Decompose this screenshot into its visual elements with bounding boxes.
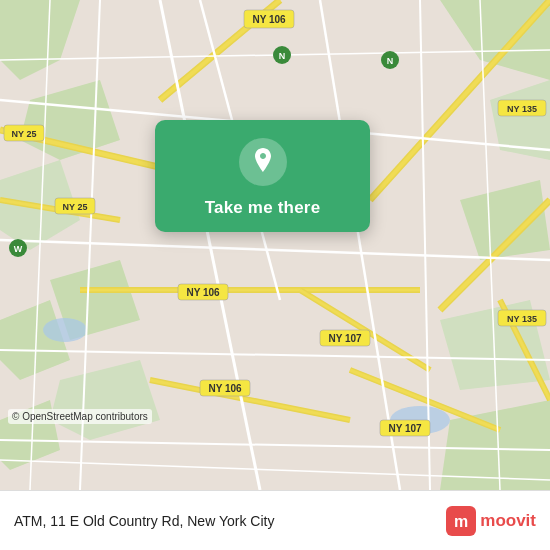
svg-point-13 <box>43 318 87 342</box>
svg-text:W: W <box>14 244 23 254</box>
svg-text:NY 106: NY 106 <box>186 287 220 298</box>
osm-credit: © OpenStreetMap contributors <box>8 409 152 424</box>
svg-text:NY 135: NY 135 <box>507 314 537 324</box>
bottom-bar: ATM, 11 E Old Country Rd, New York City … <box>0 490 550 550</box>
svg-text:NY 25: NY 25 <box>63 202 88 212</box>
location-pin-icon <box>251 148 275 176</box>
moovit-label: moovit <box>480 511 536 531</box>
svg-text:NY 106: NY 106 <box>208 383 242 394</box>
svg-text:NY 25: NY 25 <box>12 129 37 139</box>
location-icon-wrap <box>239 138 287 186</box>
svg-text:NY 106: NY 106 <box>252 14 286 25</box>
take-me-there-button[interactable]: Take me there <box>205 198 321 218</box>
svg-text:m: m <box>454 513 468 530</box>
svg-text:N: N <box>387 56 394 66</box>
svg-text:NY 135: NY 135 <box>507 104 537 114</box>
osm-credit-text: © OpenStreetMap contributors <box>12 411 148 422</box>
moovit-logo: m moovit <box>446 506 536 536</box>
map-container: NY 106 N N N W NY 25 NY 25 NY 135 NY 135… <box>0 0 550 490</box>
address-text: ATM, 11 E Old Country Rd, New York City <box>14 513 446 529</box>
card-overlay: Take me there <box>155 120 370 232</box>
svg-text:NY 107: NY 107 <box>328 333 362 344</box>
moovit-icon: m <box>446 506 476 536</box>
svg-text:NY 107: NY 107 <box>388 423 422 434</box>
svg-text:N: N <box>279 51 286 61</box>
